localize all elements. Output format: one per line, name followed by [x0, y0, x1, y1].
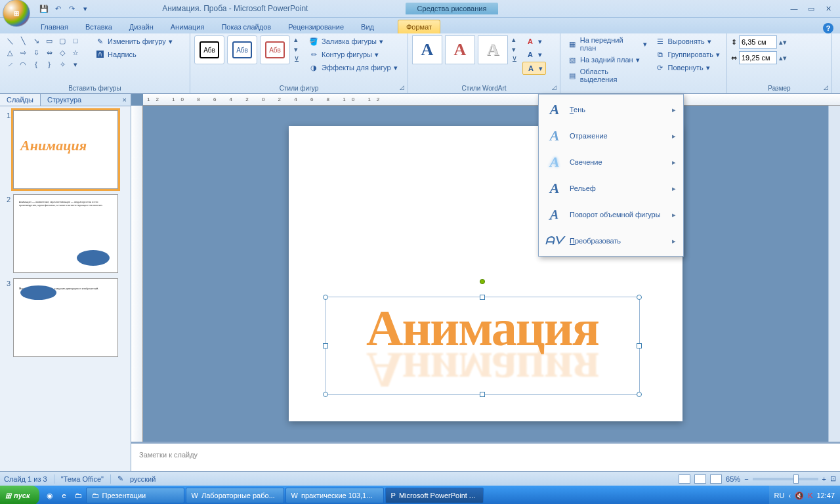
rotate-button[interactable]: ⟳Повернуть ▾	[652, 62, 723, 74]
shape-style-3[interactable]: Абв	[260, 35, 290, 64]
sorter-view-button[interactable]	[694, 474, 706, 484]
gallery-up-icon[interactable]: ▴	[294, 35, 299, 44]
fx-reflection[interactable]: AОтражение▸	[541, 123, 681, 149]
wa-more-icon[interactable]: ⊻	[512, 55, 517, 64]
shape-more-icon[interactable]: ▾	[70, 59, 81, 70]
tab-format[interactable]: Формат	[398, 20, 440, 33]
wa-up-icon[interactable]: ▴	[512, 35, 517, 44]
shape-effects-button[interactable]: ◑Эффекты для фигур ▾	[306, 62, 400, 74]
wordart-gallery[interactable]: А А А	[412, 35, 508, 64]
taskbar-item[interactable]: PMicrosoft PowerPoint ...	[385, 488, 484, 503]
shape-curve-icon[interactable]: ⟋	[4, 59, 16, 70]
shape-style-2[interactable]: Абв	[227, 35, 257, 64]
fit-window-button[interactable]: ⊡	[830, 474, 836, 483]
notes-pane[interactable]: Заметки к слайду	[131, 442, 840, 471]
tab-animation[interactable]: Анимация	[163, 20, 213, 33]
close-panel-icon[interactable]: ×	[119, 94, 131, 106]
close-button[interactable]: ✕	[820, 3, 836, 14]
shape-triangle-icon[interactable]: △	[4, 47, 16, 58]
shape-roundrect-icon[interactable]: ▢	[56, 35, 68, 46]
tab-slideshow[interactable]: Показ слайдов	[213, 20, 279, 33]
wordart-shape[interactable]: Анимация Анимация	[325, 297, 640, 395]
wordart-launcher[interactable]: ◿	[550, 83, 558, 91]
shape-rect-icon[interactable]: ▭	[43, 35, 55, 46]
slideshow-view-button[interactable]	[710, 474, 722, 484]
shape-connector-icon[interactable]: ↘	[30, 35, 42, 46]
size-launcher[interactable]: ◿	[822, 83, 830, 91]
wordart-style-1[interactable]: А	[412, 35, 442, 64]
shape-arrow-r-icon[interactable]: ⇨	[17, 47, 29, 58]
shape-style-gallery[interactable]: Абв Абв Абв	[194, 35, 290, 64]
spinner-icon[interactable]: ▴▾	[779, 38, 787, 47]
shape-arc-icon[interactable]: ◠	[17, 59, 29, 70]
shape-fill-button[interactable]: 🪣Заливка фигуры ▾	[306, 35, 400, 47]
explorer-icon[interactable]: 🗀	[72, 489, 85, 502]
tab-view[interactable]: Вид	[353, 20, 382, 33]
fx-shadow[interactable]: AТень▸	[541, 96, 681, 123]
gallery-more-icon[interactable]: ⊻	[294, 55, 299, 64]
shape-textbox-icon[interactable]: □	[70, 35, 81, 46]
help-button[interactable]: ?	[823, 23, 833, 33]
save-icon[interactable]: 💾	[38, 3, 50, 14]
resize-handle[interactable]	[323, 295, 328, 300]
tray-icon[interactable]: 🔇	[795, 492, 804, 500]
selection-pane-button[interactable]: ▤Область выделения	[564, 67, 650, 84]
shape-style-1[interactable]: Абв	[194, 35, 224, 64]
shape-width-input[interactable]	[739, 51, 777, 64]
taskbar-item[interactable]: 🗀Презентации	[86, 488, 184, 503]
shape-arrow-d-icon[interactable]: ⇩	[30, 47, 42, 58]
zoom-out-button[interactable]: −	[744, 475, 748, 483]
wordart-style-3[interactable]: А	[478, 35, 508, 64]
shape-diamond-icon[interactable]: ◇	[56, 47, 68, 58]
taskbar-item[interactable]: WЛабораторные рабо...	[186, 488, 284, 503]
zoom-slider[interactable]	[753, 478, 818, 480]
shape-outline-button[interactable]: ✏Контур фигуры ▾	[306, 49, 400, 60]
shape-star-icon[interactable]: ☆	[70, 47, 81, 58]
shapes-gallery[interactable]: ＼ ╲ ↘ ▭ ▢ □ △ ⇨ ⇩ ⇔ ◇ ☆ ⟋ ◠ { } ✧ ▾	[4, 35, 89, 70]
bring-front-button[interactable]: ▦На передний план ▾	[564, 35, 650, 52]
shape-callout-icon[interactable]: ✧	[56, 59, 68, 70]
spellcheck-icon[interactable]: ✎	[117, 474, 123, 483]
wa-down-icon[interactable]: ▾	[512, 45, 517, 54]
shape-line2-icon[interactable]: ╲	[17, 35, 29, 46]
chrome-icon[interactable]: ◉	[43, 489, 56, 502]
clock[interactable]: 12:47	[816, 492, 835, 499]
slide-thumbnail-3[interactable]: Мультипликация — процесс создания движущ…	[13, 278, 118, 357]
fx-glow[interactable]: AСвечение▸	[541, 149, 681, 175]
maximize-button[interactable]: ▭	[803, 3, 819, 14]
rotate-handle[interactable]	[480, 279, 485, 284]
shape-height-input[interactable]	[739, 35, 777, 49]
text-fill-button[interactable]: A▾	[522, 35, 546, 47]
textbox-button[interactable]: 🅰Надпись	[92, 49, 175, 60]
shape-brace-r-icon[interactable]: }	[43, 59, 55, 70]
spinner-icon[interactable]: ▴▾	[779, 54, 787, 62]
undo-icon[interactable]: ↶	[52, 3, 64, 14]
edit-shape-button[interactable]: ✎Изменить фигуру ▾	[92, 35, 175, 47]
qat-more-icon[interactable]: ▾	[79, 3, 91, 14]
minimize-button[interactable]: —	[786, 3, 802, 14]
fx-bevel[interactable]: AРельеф▸	[541, 175, 681, 201]
align-button[interactable]: ☰Выровнять ▾	[652, 35, 723, 47]
tab-slides[interactable]: Слайды	[0, 94, 41, 106]
vertical-scrollbar[interactable]	[828, 106, 840, 442]
redo-icon[interactable]: ↷	[66, 3, 77, 14]
resize-handle[interactable]	[480, 295, 485, 300]
tab-insert[interactable]: Вставка	[77, 20, 120, 33]
taskbar-item[interactable]: Wпрактические 103,1...	[285, 488, 384, 503]
fx-transform[interactable]: ᗩᐯПреобразовать▸	[541, 228, 681, 254]
tab-design[interactable]: Дизайн	[121, 20, 161, 33]
group-button[interactable]: ⧉Группировать ▾	[652, 49, 723, 60]
ie-icon[interactable]: e	[58, 489, 71, 502]
normal-view-button[interactable]	[679, 474, 690, 484]
fx-3d-rotation[interactable]: AПоворот объемной фигуры▸	[541, 201, 681, 228]
status-language[interactable]: русский	[130, 475, 156, 483]
shape-arrows-lr-icon[interactable]: ⇔	[43, 47, 55, 58]
wordart-style-2[interactable]: А	[445, 35, 475, 64]
tab-home[interactable]: Главная	[33, 20, 76, 33]
language-indicator[interactable]: RU	[774, 492, 785, 499]
shape-styles-launcher[interactable]: ◿	[398, 83, 406, 91]
tab-outline[interactable]: Структура	[41, 94, 88, 106]
shape-line-icon[interactable]: ＼	[4, 35, 16, 46]
zoom-in-button[interactable]: +	[822, 475, 826, 483]
gallery-down-icon[interactable]: ▾	[294, 45, 299, 54]
